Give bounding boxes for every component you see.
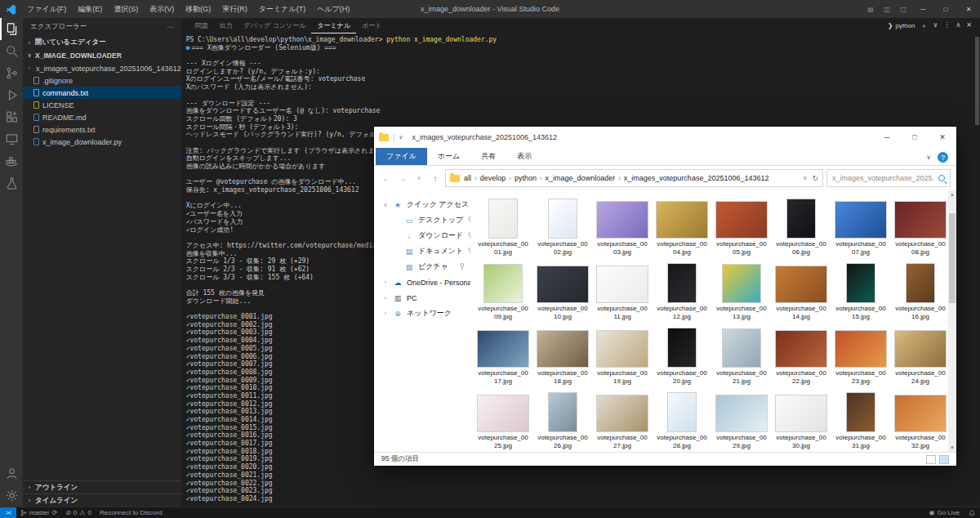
remote-indicator[interactable]: >< [0, 507, 16, 518]
tree-item[interactable]: ›x_images_votepurchase_20251006_143612 [23, 62, 181, 74]
nav-item-ネットワーク[interactable]: ›⊕ネットワーク [374, 306, 470, 321]
more-actions-icon[interactable]: ⋯ [167, 23, 174, 31]
nav-item-ピクチャ[interactable]: ▧ピクチャ [374, 259, 470, 275]
file-item[interactable]: votepurchase_0018.jpg [533, 326, 592, 385]
file-item[interactable]: votepurchase_0009.jpg [474, 261, 532, 320]
breadcrumb-segment[interactable]: develop [480, 174, 506, 182]
grid-scrollbar[interactable]: ▲ ▼ [948, 190, 956, 452]
file-item[interactable]: votepurchase_0031.jpg [831, 391, 890, 449]
maximize-button[interactable]: □ [901, 127, 929, 148]
ribbon-expand-icon[interactable]: ∨ [926, 154, 931, 161]
file-item[interactable]: votepurchase_0006.jpg [772, 197, 831, 256]
history-chevron-icon[interactable]: ∨ [412, 175, 425, 181]
file-item[interactable]: votepurchase_0014.jpg [772, 261, 831, 320]
panel-tab-出力[interactable]: 出力 [214, 18, 238, 33]
quick-access-toolbar-chevron-icon[interactable]: ∨ [399, 134, 403, 141]
panel-tab-ポート[interactable]: ポート [356, 18, 387, 33]
menu-item[interactable]: ターミナル(T) [253, 2, 311, 17]
menu-item[interactable]: 実行(R) [216, 2, 253, 17]
nav-item-クイック アクセス[interactable]: ∨★クイック アクセス [374, 197, 470, 212]
tree-item[interactable]: LICENSE [23, 99, 181, 111]
file-item[interactable]: votepurchase_0016.jpg [891, 261, 948, 320]
file-item[interactable]: votepurchase_0022.jpg [772, 326, 831, 385]
file-item[interactable]: votepurchase_0017.jpg [474, 326, 532, 385]
branch-indicator[interactable]: master ⟳ [16, 509, 61, 516]
forward-icon[interactable]: → [396, 174, 409, 183]
file-item[interactable]: votepurchase_0024.jpg [891, 326, 948, 385]
file-item[interactable]: votepurchase_0011.jpg [593, 261, 652, 320]
file-item[interactable]: votepurchase_0032.jpg [891, 391, 948, 449]
maximize-panel-icon[interactable]: ∧ [956, 21, 960, 30]
extensions-icon[interactable] [0, 106, 23, 128]
run-debug-icon[interactable] [0, 84, 23, 106]
panel-tab-ターミナル[interactable]: ターミナル [311, 18, 356, 33]
scroll-down-icon[interactable]: ▼ [948, 444, 956, 452]
close-panel-icon[interactable]: ✕ [966, 21, 972, 30]
breadcrumb-segment[interactable]: python [514, 174, 537, 182]
split-terminal-icon[interactable]: ∨ [933, 21, 938, 30]
file-item[interactable]: votepurchase_0010.jpg [533, 261, 592, 320]
minimize-button[interactable]: ─ [911, 0, 934, 18]
nav-item-ダウンロード[interactable]: ↓ダウンロード [374, 228, 470, 243]
remote-explorer-icon[interactable] [0, 128, 23, 150]
file-item[interactable]: votepurchase_0019.jpg [593, 326, 652, 385]
nav-item-OneDrive - Personal[interactable]: ›☁OneDrive - Personal [374, 275, 470, 290]
toggle-panel-icon[interactable]: ▤ [862, 6, 879, 13]
close-button[interactable]: ✕ [957, 0, 980, 18]
tree-item[interactable]: requirements.txt [23, 123, 181, 136]
menu-item[interactable]: 選択(S) [108, 2, 144, 17]
file-item[interactable]: votepurchase_0007.jpg [831, 197, 890, 256]
search-input[interactable]: x_images_votepurchase_2025... [826, 169, 951, 187]
file-item[interactable]: votepurchase_0027.jpg [593, 391, 652, 449]
tree-item[interactable]: x_image_downloader.py [23, 136, 181, 148]
file-item[interactable]: votepurchase_0028.jpg [653, 391, 711, 449]
file-item[interactable]: votepurchase_0020.jpg [653, 326, 711, 385]
file-item[interactable]: votepurchase_0021.jpg [712, 326, 771, 385]
menu-item[interactable]: ファイル(F) [21, 2, 72, 17]
address-bar[interactable]: all›develop›python›x_image_downloader›x_… [445, 169, 823, 187]
sync-icon[interactable]: ⟳ [51, 509, 57, 516]
refresh-icon[interactable]: ↻ [812, 174, 818, 182]
maximize-button[interactable]: □ [934, 0, 957, 18]
breadcrumb-segment[interactable]: x_image_downloader [546, 174, 616, 182]
thumbnail-view-icon[interactable] [939, 455, 949, 464]
search-icon[interactable] [0, 40, 23, 62]
settings-icon[interactable] [0, 485, 23, 507]
ribbon-tab-ファイル[interactable]: ファイル [376, 148, 427, 165]
scroll-up-icon[interactable]: ▲ [948, 190, 956, 199]
source-control-icon[interactable] [0, 62, 23, 84]
workspace-root[interactable]: ∨ X_IMAGE_DOWNLOADER [23, 49, 181, 62]
file-item[interactable]: votepurchase_0003.jpg [593, 197, 652, 256]
tree-item[interactable]: commands.txt [23, 87, 181, 99]
nav-item-PC[interactable]: ›▥PC [374, 290, 470, 306]
back-icon[interactable]: ← [380, 174, 393, 183]
close-button[interactable]: ✕ [929, 127, 956, 148]
file-item[interactable]: votepurchase_0015.jpg [831, 261, 890, 320]
tree-item[interactable]: .gitignore [23, 74, 181, 87]
file-item[interactable]: votepurchase_0008.jpg [891, 197, 948, 256]
open-editors-section[interactable]: › 開いているエディター [23, 36, 181, 49]
ribbon-tab-表示[interactable]: 表示 [506, 148, 542, 165]
file-item[interactable]: votepurchase_0004.jpg [653, 197, 711, 256]
notifications-bell[interactable] [964, 509, 980, 517]
nav-item-デスクトップ[interactable]: ▭デスクトップ [374, 212, 470, 228]
explorer-titlebar[interactable]: | ∨ x_images_votepurchase_20251006_14361… [374, 127, 956, 148]
details-view-icon[interactable] [926, 455, 936, 464]
menu-item[interactable]: 編集(E) [72, 2, 108, 17]
scrollbar-thumb[interactable] [949, 213, 956, 303]
minimize-button[interactable]: ─ [873, 127, 901, 148]
breadcrumb-segment[interactable]: x_images_votepurchase_20251006_143612 [624, 174, 769, 182]
testing-icon[interactable] [0, 172, 23, 194]
file-item[interactable]: votepurchase_0012.jpg [653, 261, 711, 320]
ribbon-tab-ホーム[interactable]: ホーム [427, 148, 470, 165]
menu-item[interactable]: 移動(G) [180, 2, 216, 17]
layout-icon[interactable]: ▢ [895, 6, 911, 13]
terminal-scrollbar[interactable] [975, 35, 979, 505]
file-item[interactable]: votepurchase_0001.jpg [474, 197, 532, 256]
up-icon[interactable]: ↑ [429, 174, 442, 183]
timeline-section[interactable]: › タイムライン [23, 493, 181, 507]
explorer-icon[interactable] [0, 18, 23, 40]
file-item[interactable]: votepurchase_0025.jpg [474, 391, 532, 449]
file-item[interactable]: votepurchase_0030.jpg [772, 391, 831, 449]
file-item[interactable]: votepurchase_0023.jpg [831, 326, 890, 385]
